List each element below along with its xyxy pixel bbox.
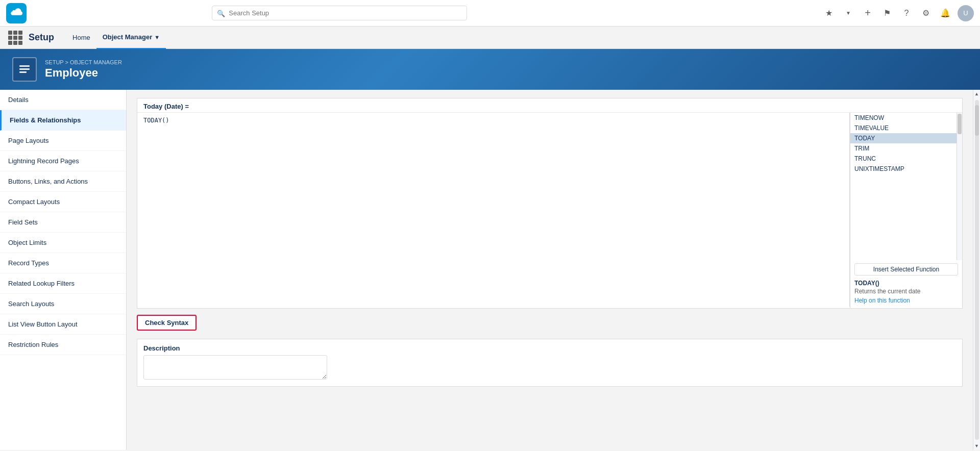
top-nav-right: ★ ▼ + ⚑ ? ⚙ 🔔 U	[822, 5, 974, 21]
function-list[interactable]: TIMENOW TIMEVALUE TODAY TRIM TRUNC UNIXT…	[850, 113, 957, 260]
svg-rect-1	[19, 68, 30, 70]
avatar[interactable]: U	[958, 5, 974, 21]
setup-label: Setup	[29, 32, 54, 43]
search-bar: 🔍	[212, 6, 467, 20]
formula-header: Today (Date) =	[137, 98, 962, 113]
search-input[interactable]	[212, 6, 467, 20]
function-preview: TODAY()	[850, 278, 962, 288]
app-launcher-icon[interactable]	[8, 31, 22, 45]
svg-rect-2	[19, 71, 27, 73]
sidebar-item-fields-relationships[interactable]: Fields & Relationships	[0, 110, 126, 131]
main-panel: Today (Date) = TODAY() TIMENOW TIMEVALUE…	[127, 90, 973, 450]
second-nav: Setup Home Object Manager ▼	[0, 27, 980, 49]
help-on-function-link[interactable]: Help on this function	[850, 297, 962, 308]
sidebar-item-compact-layouts[interactable]: Compact Layouts	[0, 192, 126, 212]
fn-trunc[interactable]: TRUNC	[850, 154, 957, 164]
description-input[interactable]	[143, 355, 327, 380]
description-section: Description	[137, 339, 963, 387]
sidebar-item-page-layouts[interactable]: Page Layouts	[0, 131, 126, 151]
sidebar-item-buttons-links-actions[interactable]: Buttons, Links, and Actions	[0, 171, 126, 192]
formula-body: TODAY() TIMENOW TIMEVALUE TODAY TRIM TRU…	[137, 113, 962, 308]
object-icon	[12, 57, 37, 82]
formula-section: Today (Date) = TODAY() TIMENOW TIMEVALUE…	[137, 98, 963, 309]
favorites-star-icon[interactable]: ★	[822, 6, 836, 20]
description-label: Description	[143, 344, 956, 352]
help-icon[interactable]: ?	[899, 6, 914, 20]
formula-textarea[interactable]: TODAY()	[137, 113, 850, 307]
function-scrollbar	[957, 113, 962, 260]
gear-icon[interactable]: ⚙	[919, 6, 933, 20]
svg-rect-0	[19, 65, 30, 67]
formula-function-panel: TIMENOW TIMEVALUE TODAY TRIM TRUNC UNIXT…	[850, 113, 962, 308]
sidebar-item-related-lookup-filters[interactable]: Related Lookup Filters	[0, 273, 126, 294]
breadcrumb-object-manager[interactable]: OBJECT MANAGER	[70, 59, 122, 65]
search-icon: 🔍	[217, 9, 225, 17]
sidebar-item-record-types[interactable]: Record Types	[0, 253, 126, 273]
check-syntax-row: Check Syntax	[137, 315, 963, 331]
check-syntax-button[interactable]: Check Syntax	[137, 315, 197, 331]
bell-icon[interactable]: 🔔	[938, 6, 952, 20]
function-list-wrap: TIMENOW TIMEVALUE TODAY TRIM TRUNC UNIXT…	[850, 113, 962, 260]
chevron-down-icon: ▼	[154, 34, 160, 40]
scroll-down-icon[interactable]: ▼	[974, 442, 979, 450]
sidebar: Details Fields & Relationships Page Layo…	[0, 90, 127, 450]
sidebar-item-details[interactable]: Details	[0, 90, 126, 110]
sidebar-item-object-limits[interactable]: Object Limits	[0, 233, 126, 253]
sidebar-item-lightning-record-pages[interactable]: Lightning Record Pages	[0, 151, 126, 171]
nav-object-manager[interactable]: Object Manager ▼	[96, 27, 166, 49]
sidebar-item-restriction-rules[interactable]: Restriction Rules	[0, 335, 126, 355]
main-content: Details Fields & Relationships Page Layo…	[0, 90, 980, 450]
scroll-up-icon[interactable]: ▲	[974, 90, 979, 98]
scroll-track	[975, 100, 979, 440]
fn-today[interactable]: TODAY	[850, 133, 957, 143]
sidebar-item-list-view-button-layout[interactable]: List View Button Layout	[0, 314, 126, 335]
add-icon[interactable]: +	[861, 6, 875, 20]
breadcrumb: SETUP > OBJECT MANAGER	[45, 59, 122, 65]
right-panel-scroll: ▲ ▼	[973, 90, 980, 450]
breadcrumb-setup[interactable]: SETUP	[45, 59, 63, 65]
sidebar-item-search-layouts[interactable]: Search Layouts	[0, 294, 126, 314]
function-description: Returns the current date	[850, 288, 962, 297]
salesforce-logo	[6, 3, 27, 23]
function-scroll-thumb	[958, 114, 962, 134]
formula-textarea-wrap: TODAY()	[137, 113, 850, 308]
banner: SETUP > OBJECT MANAGER Employee	[0, 49, 980, 90]
scroll-thumb	[975, 105, 979, 136]
task-icon[interactable]: ⚑	[880, 6, 894, 20]
top-nav: 🔍 ★ ▼ + ⚑ ? ⚙ 🔔 U	[0, 0, 980, 27]
fn-timevalue[interactable]: TIMEVALUE	[850, 123, 957, 133]
fn-trim[interactable]: TRIM	[850, 143, 957, 154]
insert-selected-function-button[interactable]: Insert Selected Function	[854, 263, 958, 275]
sidebar-item-field-sets[interactable]: Field Sets	[0, 212, 126, 233]
fn-unixtimestamp[interactable]: UNIXTIMESTAMP	[850, 164, 957, 174]
fn-timenow[interactable]: TIMENOW	[850, 113, 957, 123]
nav-home[interactable]: Home	[66, 27, 96, 49]
favorites-dropdown-icon[interactable]: ▼	[841, 6, 855, 20]
page-title: Employee	[45, 66, 122, 80]
banner-text: SETUP > OBJECT MANAGER Employee	[45, 59, 122, 80]
